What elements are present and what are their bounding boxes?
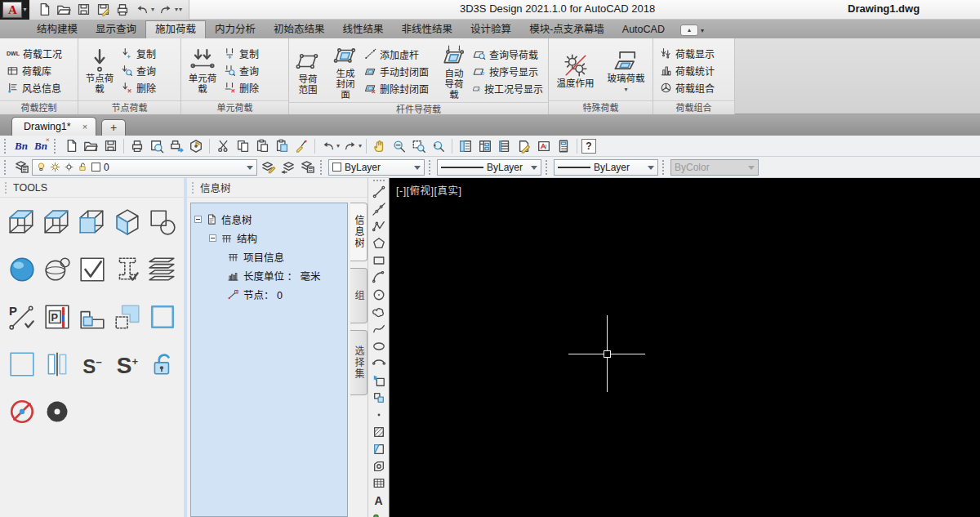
- match-properties-icon[interactable]: [292, 137, 310, 155]
- print-icon[interactable]: [128, 137, 146, 155]
- table-icon[interactable]: [370, 475, 388, 492]
- save-icon[interactable]: [101, 137, 119, 155]
- auto-load-transfer-button[interactable]: 自动导荷载: [440, 41, 468, 102]
- quick-calc-icon[interactable]: [555, 137, 572, 155]
- paste-special-icon[interactable]: [273, 137, 291, 155]
- load-display-button[interactable]: 荷载显示: [658, 46, 716, 61]
- help-icon[interactable]: ?: [581, 139, 596, 154]
- palette-grip[interactable]: [192, 182, 195, 194]
- layer-states-icon[interactable]: [298, 158, 316, 176]
- properties-palette-icon[interactable]: [457, 137, 474, 155]
- document-tab-drawing1[interactable]: Drawing1* ×: [11, 117, 96, 136]
- load-combination-button[interactable]: 荷载组合: [658, 80, 716, 96]
- layer-dropdown[interactable]: 0: [32, 159, 257, 176]
- redo-icon[interactable]: [158, 2, 174, 18]
- point-icon[interactable]: [370, 407, 388, 423]
- p-panel-icon[interactable]: P: [42, 302, 73, 332]
- s-minus-icon[interactable]: S−: [77, 350, 108, 379]
- drawing-canvas[interactable]: [-][俯视][真实]: [390, 178, 980, 517]
- gear-icon[interactable]: [42, 397, 73, 426]
- tab-design-check[interactable]: 设计验算: [461, 21, 520, 38]
- paste-icon[interactable]: [253, 137, 271, 155]
- linetype-dropdown[interactable]: ByLayer: [437, 159, 541, 176]
- toolbar-grip[interactable]: [4, 139, 8, 154]
- load-transfer-range-button[interactable]: 导荷范围: [294, 47, 322, 97]
- collapse-icon[interactable]: [194, 216, 202, 223]
- delete-closed-surface-button[interactable]: 删除封闭面: [363, 81, 430, 96]
- redo-dropdown-icon[interactable]: ▾: [175, 6, 178, 13]
- insert-block-icon[interactable]: [370, 372, 388, 389]
- zoom-previous-icon[interactable]: [430, 137, 448, 155]
- info-tree[interactable]: 信息树 结构 项目信息 长度单位 ： 毫米 2 节点： 0: [190, 203, 348, 517]
- cube-top-face-icon[interactable]: [42, 207, 73, 237]
- tab-display-query[interactable]: 显示查询: [87, 21, 145, 38]
- lineweight-dropdown[interactable]: ByLayer: [554, 159, 658, 176]
- tree-node-project-info[interactable]: 项目信息: [194, 247, 344, 266]
- node-load-button[interactable]: 节点荷载: [83, 46, 116, 96]
- square-fill-icon[interactable]: [7, 350, 38, 379]
- collapse-icon[interactable]: [209, 234, 216, 242]
- cut-icon[interactable]: [214, 137, 232, 155]
- toolbar-grip[interactable]: [429, 160, 433, 175]
- zoom-realtime-icon[interactable]: [390, 137, 408, 155]
- square-outline-icon[interactable]: [147, 302, 178, 332]
- tab-autocad[interactable]: AutoCAD: [613, 21, 674, 38]
- partial-icon[interactable]: [370, 510, 388, 517]
- new-file-icon[interactable]: [36, 2, 52, 18]
- tab-module-curtainwall[interactable]: 模块-点支承幕墙: [520, 21, 613, 38]
- show-by-case-button[interactable]: 按工况号显示: [471, 81, 545, 96]
- temperature-action-button[interactable]: 温度作用: [555, 51, 597, 91]
- customize-icon[interactable]: ▾: [179, 6, 182, 13]
- load-statistics-button[interactable]: 荷载统计: [658, 63, 716, 78]
- gradient-icon[interactable]: [370, 441, 388, 457]
- layers-stack-icon[interactable]: [147, 255, 178, 284]
- side-tab-selection-set[interactable]: 选择集: [350, 330, 368, 395]
- copy-icon[interactable]: [234, 137, 252, 155]
- ibeam-check-icon[interactable]: [112, 255, 143, 284]
- spline-icon[interactable]: [370, 321, 388, 337]
- ellipse-icon[interactable]: [370, 338, 388, 354]
- make-layer-current-icon[interactable]: [259, 158, 277, 176]
- 3d3s-toggle-on-icon[interactable]: Bn: [12, 137, 30, 155]
- undo-dropdown-icon[interactable]: ▾: [151, 6, 154, 13]
- cube-iso-icon[interactable]: [112, 207, 143, 237]
- checkbox-icon[interactable]: [77, 255, 108, 284]
- unlock-icon[interactable]: [147, 350, 178, 379]
- p-line-check-icon[interactable]: P: [7, 302, 38, 332]
- save-as-icon[interactable]: [95, 2, 111, 18]
- layer-previous-icon[interactable]: [278, 158, 296, 176]
- tab-linear-results[interactable]: 线性结果: [334, 21, 393, 38]
- tab-structure-modeling[interactable]: 结构建模: [28, 21, 87, 38]
- show-by-index-button[interactable]: 按序号显示: [471, 64, 545, 79]
- undo-icon[interactable]: [319, 137, 337, 155]
- tree-node-length-unit[interactable]: 长度单位 ： 毫米: [194, 266, 344, 285]
- layer-manager-icon[interactable]: [12, 158, 30, 176]
- side-tab-group[interactable]: 组: [350, 268, 368, 323]
- save-icon[interactable]: [75, 2, 91, 18]
- sphere-arc-icon[interactable]: [42, 255, 73, 284]
- toolbar-grip[interactable]: [54, 139, 58, 154]
- redo-dropdown-icon[interactable]: ▾: [359, 142, 362, 149]
- viewport-controls-label[interactable]: [-][俯视][真实]: [396, 182, 462, 198]
- line-icon[interactable]: [370, 184, 388, 200]
- cube-front-face-icon[interactable]: [77, 207, 108, 237]
- load-case-button[interactable]: DWL荷载工况: [5, 46, 64, 61]
- mtext-icon[interactable]: A: [370, 492, 388, 509]
- sphere-icon[interactable]: [7, 255, 38, 284]
- print-icon[interactable]: [114, 2, 131, 18]
- corner-fill-icon[interactable]: [77, 302, 108, 332]
- hatch-icon[interactable]: [370, 424, 388, 440]
- tab-internal-force[interactable]: 内力分析: [206, 21, 265, 38]
- toolbar-grip[interactable]: [546, 160, 550, 175]
- open-file-icon[interactable]: [56, 2, 72, 18]
- zoom-window-icon[interactable]: [410, 137, 428, 155]
- element-load-button[interactable]: 单元荷载: [186, 46, 219, 96]
- undo-dropdown-icon[interactable]: ▾: [336, 142, 340, 149]
- open-file-icon[interactable]: [82, 137, 100, 155]
- palette-grip[interactable]: [5, 182, 8, 194]
- query-transferred-load-button[interactable]: 查询导荷载: [471, 47, 545, 62]
- ellipse-arc-icon[interactable]: [370, 355, 388, 372]
- polygon-icon[interactable]: [370, 235, 388, 252]
- s-plus-icon[interactable]: S+: [112, 350, 143, 379]
- ribbon-minimize-icon[interactable]: ▴▾: [680, 25, 704, 36]
